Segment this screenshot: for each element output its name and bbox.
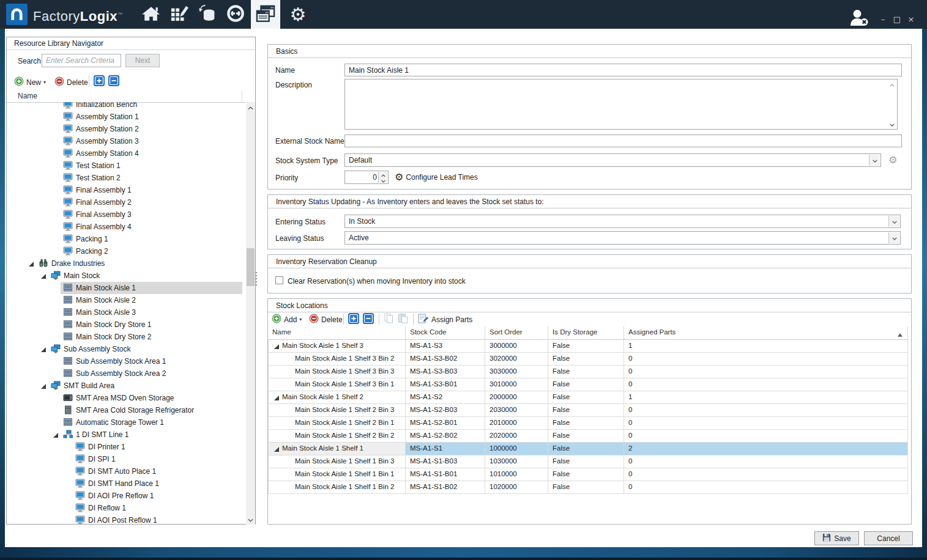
stock-location-row-ms-a1-s2-b01[interactable]: Main Stock Aisle 1 Shelf 2 Bin 1MS-A1-S2… (268, 417, 908, 430)
entering-status-select[interactable]: In Stock (344, 215, 901, 228)
stock-location-row-ms-a1-s1-b01[interactable]: Main Stock Aisle 1 Shelf 1 Bin 1MS-A1-S1… (268, 468, 908, 481)
tree-item-test-station-1[interactable]: Test Station 1 (7, 160, 245, 172)
tree-column-header[interactable]: Name (7, 90, 255, 103)
tree-item-smt-area-cold-storage-refrigerator[interactable]: SMT Area Cold Storage Refrigerator (7, 404, 245, 416)
tree-item-sub-assembly-stock-area-1[interactable]: Sub Assembly Stock Area 1 (7, 355, 245, 367)
dropdown-button[interactable] (869, 155, 880, 166)
tree-item-drake-industries[interactable]: Drake Industries (7, 257, 245, 270)
stock-location-row-ms-a1-s3-b01[interactable]: Main Stock Aisle 1 Shelf 3 Bin 1MS-A1-S3… (268, 378, 908, 391)
delete-location-button[interactable]: Delete (309, 314, 343, 325)
dropdown-button[interactable] (888, 216, 899, 227)
description-scrollbar[interactable] (888, 80, 896, 128)
save-button[interactable]: Save (814, 531, 859, 545)
cancel-button[interactable]: Cancel (864, 531, 913, 545)
stock-location-row-ms-a1-s1[interactable]: Main Stock Aisle 1 Shelf 1MS-A1-S1100000… (268, 443, 908, 455)
delete-button[interactable]: Delete (54, 76, 88, 88)
tree-expander-icon[interactable] (28, 260, 34, 267)
tree-item-packing-1[interactable]: Packing 1 (7, 233, 245, 245)
tree-item-assembly-station-2[interactable]: Assembly Station 2 (7, 123, 245, 135)
next-button[interactable]: Next (125, 54, 160, 67)
tree-item-di-aoi-post-reflow-1[interactable]: DI AOI Post Reflow 1 (7, 514, 245, 525)
tree-item-di-aoi-pre-reflow-1[interactable]: DI AOI Pre Reflow 1 (7, 490, 245, 502)
column-header-stock-code[interactable]: Stock Code (406, 326, 485, 339)
stock-location-row-ms-a1-s1-b03[interactable]: Main Stock Aisle 1 Shelf 1 Bin 3MS-A1-S1… (268, 455, 908, 468)
tree-item-main-stock-dry-store-1[interactable]: Main Stock Dry Store 1 (7, 319, 245, 331)
collapse-all-rows-button[interactable] (363, 313, 374, 326)
maximize-button[interactable]: □ (892, 15, 903, 24)
tree-item-automatic-storage-tower-1[interactable]: Automatic Storage Tower 1 (7, 416, 245, 429)
tree-item-main-stock-aisle-1[interactable]: Main Stock Aisle 1 (7, 282, 245, 294)
expand-all-button[interactable] (94, 75, 105, 88)
tree-item-final-assembly-1[interactable]: Final Assembly 1 (7, 184, 245, 196)
tree-item-main-stock-aisle-2[interactable]: Main Stock Aisle 2 (7, 294, 245, 306)
tree-item-sub-assembly-stock-area-2[interactable]: Sub Assembly Stock Area 2 (7, 367, 245, 380)
nav-planning-button[interactable] (165, 0, 193, 29)
tree-item-main-stock-dry-store-2[interactable]: Main Stock Dry Store 2 (7, 331, 245, 343)
panel-splitter-handle[interactable] (255, 272, 257, 287)
stock-location-row-ms-a1-s2[interactable]: Main Stock Aisle 1 Shelf 2MS-A1-S2200000… (268, 391, 908, 404)
paste-button-disabled[interactable] (398, 313, 408, 325)
tree-item-packing-2[interactable]: Packing 2 (7, 245, 245, 257)
stock-system-type-select[interactable]: Default (344, 153, 881, 167)
scrollbar-down-button[interactable] (888, 120, 896, 128)
scrollbar-up-button[interactable] (888, 80, 896, 89)
row-expander-icon[interactable] (274, 344, 279, 349)
tree-item-1-di-smt-line-1[interactable]: 1 DI SMT Line 1 (7, 429, 245, 441)
collapse-all-button[interactable] (108, 75, 119, 88)
tree-item-di-reflow-1[interactable]: DI Reflow 1 (7, 502, 245, 514)
tree-item-initialization-bench[interactable]: Initialization Bench (7, 102, 245, 111)
name-field[interactable]: Main Stock Aisle 1 (344, 64, 902, 76)
scrollbar-down-button[interactable] (246, 514, 255, 525)
nav-settings-button[interactable]: ⚙ (284, 0, 312, 29)
tree-expander-icon[interactable] (40, 273, 47, 279)
nav-resources-button[interactable] (251, 0, 280, 29)
stock-location-row-ms-a1-s3-b03[interactable]: Main Stock Aisle 1 Shelf 3 Bin 3MS-A1-S3… (268, 366, 908, 378)
search-input[interactable]: Enter Search Criteria (42, 54, 121, 67)
tree-item-test-station-2[interactable]: Test Station 2 (7, 172, 245, 184)
nav-inventory-button[interactable] (193, 0, 222, 29)
leaving-status-select[interactable]: Active (344, 231, 901, 245)
configure-lead-times-button[interactable]: ⚙ Configure Lead Times (395, 172, 478, 182)
column-header-assigned-parts[interactable]: Assigned Parts (624, 326, 908, 339)
tree-item-final-assembly-4[interactable]: Final Assembly 4 (7, 221, 245, 233)
row-expander-icon[interactable] (274, 395, 279, 400)
tree-item-assembly-station-1[interactable]: Assembly Station 1 (7, 111, 245, 123)
minimize-button[interactable]: – (877, 15, 888, 24)
add-location-button[interactable]: Add ▾ (272, 314, 302, 325)
close-button[interactable]: × (906, 15, 917, 24)
stock-location-row-ms-a1-s3-b02[interactable]: Main Stock Aisle 1 Shelf 3 Bin 2MS-A1-S3… (268, 353, 908, 366)
stock-location-row-ms-a1-s2-b02[interactable]: Main Stock Aisle 1 Shelf 2 Bin 2MS-A1-S2… (268, 430, 908, 443)
stock-location-row-ms-a1-s3[interactable]: Main Stock Aisle 1 Shelf 3MS-A1-S3300000… (268, 340, 908, 353)
stepper-down-button[interactable] (379, 177, 387, 183)
stock-location-row-ms-a1-s1-b02[interactable]: Main Stock Aisle 1 Shelf 1 Bin 2MS-A1-S1… (268, 481, 908, 494)
tree-expander-icon[interactable] (40, 383, 47, 389)
tree-item-di-spi-1[interactable]: DI SPI 1 (7, 453, 245, 465)
dropdown-button[interactable] (888, 232, 899, 243)
tree-item-main-stock[interactable]: Main Stock (7, 270, 245, 282)
tree-item-smt-area-msd-oven-storage[interactable]: SMT Area MSD Oven Storage (7, 392, 245, 404)
column-header-name[interactable]: Name (268, 326, 406, 339)
row-expander-icon[interactable] (274, 446, 279, 452)
tree-expander-icon[interactable] (40, 346, 47, 352)
tree-item-final-assembly-3[interactable]: Final Assembly 3 (7, 208, 245, 221)
tree-item-final-assembly-2[interactable]: Final Assembly 2 (7, 196, 245, 208)
nav-home-button[interactable] (137, 0, 165, 29)
tree-scrollbar[interactable] (246, 102, 255, 525)
tree-item-assembly-station-3[interactable]: Assembly Station 3 (7, 135, 245, 147)
tree-expander-icon[interactable] (53, 432, 59, 438)
tree-item-di-smt-hand-place-1[interactable]: DI SMT Hand Place 1 (7, 477, 245, 490)
new-button[interactable]: New ▾ (14, 76, 46, 88)
nav-production-button[interactable] (222, 0, 250, 29)
expand-all-rows-button[interactable] (348, 313, 359, 326)
assign-parts-button[interactable]: Assign Parts (418, 314, 472, 325)
column-header-is-dry-storage[interactable]: Is Dry Storage (548, 326, 624, 339)
column-header-sort-order[interactable]: Sort Order (485, 326, 548, 339)
stock-location-row-ms-a1-s2-b03[interactable]: Main Stock Aisle 1 Shelf 2 Bin 3MS-A1-S2… (268, 404, 908, 417)
user-logout-button[interactable] (848, 9, 870, 27)
copy-button-disabled[interactable] (384, 313, 394, 325)
scrollbar-thumb[interactable] (247, 248, 255, 286)
external-stock-name-field[interactable] (344, 134, 902, 147)
tree-item-di-smt-auto-place-1[interactable]: DI SMT Auto Place 1 (7, 465, 245, 477)
tree-item-sub-assembly-stock[interactable]: Sub Assembly Stock (7, 343, 245, 355)
priority-stepper[interactable]: 0 (344, 171, 389, 184)
